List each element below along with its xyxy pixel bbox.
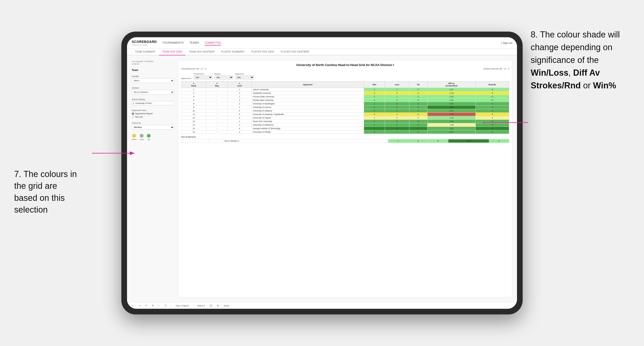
toolbar-undo[interactable]: ↩ <box>131 304 136 307</box>
toolbar-redo[interactable]: ↪ <box>138 304 142 307</box>
cell-conf: 6 <box>228 113 252 116</box>
table-row: 14 - 2 University of Oklahoma 1 0 0 -1.0… <box>181 123 509 127</box>
nav-committee[interactable]: COMMITTEE <box>205 40 222 45</box>
toolbar-copy[interactable]: ⧉ <box>150 304 155 307</box>
tab-team-h2h-heatmap[interactable]: TEAM H2H HEATMAP <box>186 48 218 55</box>
cell-tie: 0 <box>409 116 427 120</box>
radio-opponents-played-dot <box>132 112 134 115</box>
table-row: 10 - 5 University of Alabama 3 0 0 2.61 … <box>181 109 509 113</box>
legend-level-dot <box>140 134 144 138</box>
cell-rank: 12 <box>181 116 206 120</box>
cell-win: 3 <box>364 130 385 134</box>
col-win: Win <box>364 82 385 88</box>
opponent-label: Opponent <box>235 73 254 75</box>
cell-diff: 6.67 <box>427 130 476 134</box>
toolbar-share[interactable]: Share <box>222 304 231 307</box>
table-row: 6 - 2 Florida State University 4 2 0 1.8… <box>181 99 509 102</box>
toolbar-view[interactable]: View: Original <box>174 304 190 307</box>
sidebar-division-label: Division <box>132 87 174 89</box>
toolbar-comment[interactable]: 💬 <box>208 304 214 307</box>
tab-team-h2h-grid[interactable]: TEAM H2H GRID <box>159 48 186 55</box>
sidebar-division-group: Division NCAA Division I <box>132 85 174 95</box>
table-row: 11 - 6 University of Arkansas, Fayettevi… <box>181 113 509 116</box>
cell-reg: - <box>206 102 228 106</box>
cell-diff: 2.28 <box>427 95 476 99</box>
table-row: 8 - 2 University of Washington 1 0 0 3.6… <box>181 102 509 106</box>
toolbar-add[interactable]: + <box>157 304 161 307</box>
cell-win: 1 <box>364 102 385 106</box>
nav-teams[interactable]: TEAMS <box>189 40 199 45</box>
cell-reg: - <box>206 123 228 127</box>
cell-diff: -1.00 <box>427 123 476 127</box>
radio-group: Opponents Played Top 100 <box>132 112 174 118</box>
sidebar-opponent-view-label: Opponent View <box>132 109 174 112</box>
cell-tie: 0 <box>409 109 427 113</box>
cell-rounds: 3 <box>476 113 509 116</box>
tab-player-h2h-grid[interactable]: PLAYER H2H GRID <box>248 48 278 55</box>
sidebar-gender-label: Gender <box>132 75 174 78</box>
col-loss: Loss <box>385 82 409 88</box>
toolbar-grid[interactable]: ⊞ <box>216 304 220 307</box>
toolbar-back[interactable]: ↶ <box>144 304 149 307</box>
conference-label: Conference <box>194 73 212 75</box>
cell-conf: 1 <box>228 106 252 109</box>
cell-tie: 0 <box>409 99 427 102</box>
tab-player-summary[interactable]: PLAYER SUMMARY <box>218 48 248 55</box>
logo-container: SCOREBOARD Powered by clippd <box>132 40 158 46</box>
conference-select[interactable]: (All) <box>194 75 212 79</box>
sidebar-division-select[interactable]: NCAA Division I <box>132 90 174 95</box>
cell-win: 5 <box>364 95 385 99</box>
cell-tie: 0 <box>409 95 427 99</box>
cell-loss: 0 <box>385 120 409 123</box>
cell-loss: 1 <box>385 113 409 116</box>
cell-diff: 4.50 <box>427 127 476 130</box>
cell-reg: - <box>206 88 228 91</box>
tab-player-h2h-heatmap[interactable]: PLAYER H2H HEATMAP <box>278 48 313 55</box>
cell-win: 4 <box>364 99 385 102</box>
sign-out-link[interactable]: | Sign out <box>502 41 512 44</box>
overall-record: Overall Record: 89 - 17 - 0 <box>181 68 206 70</box>
toolbar-watch[interactable]: Watch ▾ <box>196 304 206 307</box>
cell-conf: 1 <box>228 95 252 99</box>
col-tie: Tie <box>409 82 427 88</box>
opponent-select[interactable]: (All) <box>235 75 254 79</box>
cell-conf: 2 <box>228 91 252 95</box>
cell-diff: 1.67 <box>427 88 476 91</box>
opponents-filter-label: Opponents: <box>181 77 192 79</box>
cell-team: University of Virginia <box>252 116 364 120</box>
cell-reg: - <box>206 99 228 102</box>
cell-rounds: 3 <box>476 102 509 106</box>
col-rounds: Rounds <box>476 82 509 88</box>
sidebar-gender-select[interactable]: Men's <box>132 78 174 83</box>
radio-top-100[interactable]: Top 100 <box>132 116 174 118</box>
cell-team: University of Arkansas, Fayetteville <box>252 113 364 116</box>
tab-team-summary[interactable]: TEAM SUMMARY <box>132 48 159 55</box>
cell-reg: - <box>206 127 228 130</box>
toolbar-sep <box>171 304 171 307</box>
cell-reg: - <box>206 106 228 109</box>
legend-down: Down <box>132 134 136 141</box>
cell-rank: 15 <box>181 127 206 130</box>
cell-win: 2 <box>364 88 385 91</box>
filter-region: Region (All) <box>214 73 233 79</box>
sidebar-colour-by-select[interactable]: Win/loss <box>132 125 174 130</box>
legend-up-dot <box>147 134 150 138</box>
cell-rounds: 12 <box>476 99 509 102</box>
toolbar-clock[interactable]: 🕐 <box>163 304 168 307</box>
ood-conf <box>209 139 223 143</box>
nav-tournaments[interactable]: TOURNAMENTS <box>162 40 184 45</box>
cell-win: 1 <box>364 123 385 127</box>
region-select[interactable]: (All) <box>214 75 233 79</box>
cell-loss: 0 <box>385 127 409 130</box>
cell-tie: 0 <box>409 120 427 123</box>
cell-tie: 0 <box>409 123 427 127</box>
radio-opponents-played[interactable]: Opponents Played <box>132 112 174 115</box>
cell-conf: 2 <box>228 123 252 127</box>
cell-rank: 8 <box>181 102 206 106</box>
cell-loss: 0 <box>385 102 409 106</box>
cell-loss: 2 <box>385 116 409 120</box>
sidebar-gender-group: Gender Men's <box>132 74 174 83</box>
cell-rank: 10 <box>181 109 206 113</box>
logo-text: SCOREBOARD <box>132 40 157 44</box>
cell-team: University of Arizona <box>252 106 364 109</box>
